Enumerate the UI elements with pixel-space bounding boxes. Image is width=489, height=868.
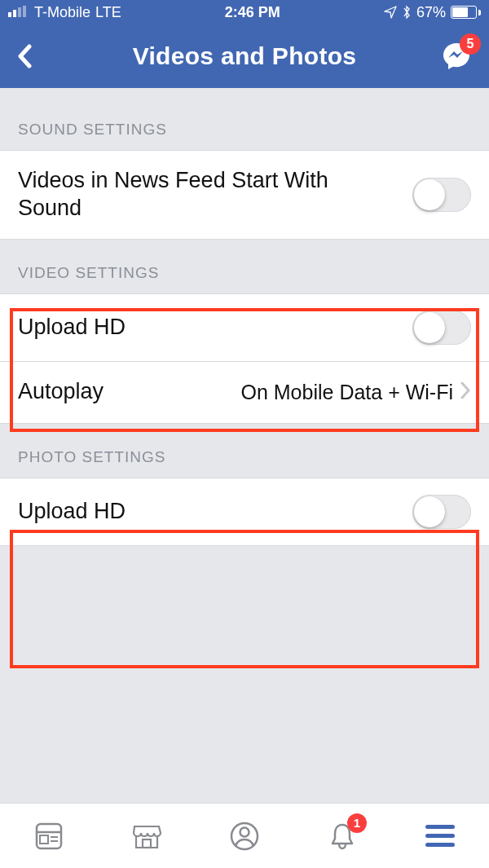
highlight-photo-settings	[10, 530, 479, 668]
clock: 2:46 PM	[225, 4, 280, 21]
row-label: Videos in News Feed Start With Sound	[18, 167, 412, 223]
status-bar: T-Mobile LTE 2:46 PM 67%	[0, 0, 489, 24]
signal-icon	[8, 4, 29, 21]
svg-rect-1	[13, 10, 16, 17]
tab-profile[interactable]	[222, 813, 267, 859]
back-button[interactable]	[16, 44, 49, 68]
notifications-badge: 1	[347, 813, 367, 833]
feed-icon	[33, 820, 65, 853]
page-title: Videos and Photos	[49, 42, 440, 70]
row-label: Upload HD	[18, 314, 142, 341]
bluetooth-icon	[402, 5, 412, 20]
tab-news-feed[interactable]	[26, 813, 72, 859]
autoplay-value: On Mobile Data + Wi-Fi	[241, 381, 454, 404]
section-header-video: VIDEO SETTINGS	[0, 240, 489, 293]
row-videos-sound[interactable]: Videos in News Feed Start With Sound	[0, 150, 489, 240]
tab-bar: 1	[0, 803, 489, 868]
svg-rect-3	[23, 6, 26, 17]
svg-rect-6	[40, 835, 48, 844]
section-header-photo: PHOTO SETTINGS	[0, 424, 489, 478]
svg-rect-0	[8, 12, 11, 17]
svg-point-11	[240, 827, 249, 836]
hamburger-icon	[425, 825, 455, 847]
profile-icon	[228, 820, 261, 853]
section-header-sound: SOUND SETTINGS	[0, 88, 489, 150]
svg-rect-9	[143, 839, 151, 848]
chevron-right-icon	[460, 381, 471, 404]
toggle-video-upload-hd[interactable]	[412, 311, 471, 345]
carrier-label: T-Mobile	[34, 4, 90, 21]
row-label: Autoplay	[18, 378, 120, 406]
battery-fill	[452, 7, 468, 17]
marketplace-icon	[130, 820, 164, 853]
tab-notifications[interactable]: 1	[319, 813, 365, 859]
row-label: Upload HD	[18, 498, 142, 526]
toggle-photo-upload-hd[interactable]	[412, 495, 471, 529]
network-label: LTE	[95, 4, 121, 21]
row-photo-upload-hd[interactable]: Upload HD	[0, 478, 489, 546]
location-icon	[384, 6, 397, 19]
battery-pct: 67%	[416, 4, 446, 21]
messenger-badge: 5	[460, 33, 481, 55]
row-video-upload-hd[interactable]: Upload HD	[0, 293, 489, 362]
content: SOUND SETTINGS Videos in News Feed Start…	[0, 88, 489, 546]
toggle-videos-sound[interactable]	[412, 178, 471, 212]
svg-rect-2	[18, 7, 21, 17]
tab-menu[interactable]	[417, 813, 463, 859]
battery-icon	[451, 6, 481, 19]
row-autoplay[interactable]: Autoplay On Mobile Data + Wi-Fi	[0, 362, 489, 424]
nav-header: Videos and Photos 5	[0, 24, 489, 88]
messenger-button[interactable]: 5	[440, 40, 473, 73]
tab-marketplace[interactable]	[124, 813, 170, 859]
